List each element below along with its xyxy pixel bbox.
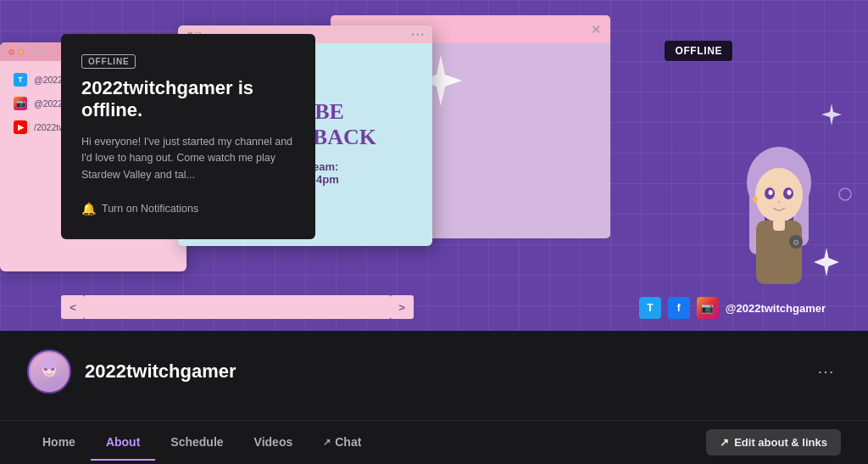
tab-about[interactable]: About — [91, 425, 155, 461]
social-bar-twitter[interactable]: T — [639, 297, 661, 319]
bell-icon: 🔔 — [81, 202, 96, 215]
circle-deco-1 — [837, 187, 853, 205]
offline-card: OFFLINE 2022twitchgamer is offline. Hi e… — [61, 34, 315, 239]
offline-title: 2022twitchgamer is offline. — [81, 77, 295, 122]
tab-home[interactable]: Home — [27, 425, 91, 461]
avatar-image — [31, 353, 68, 390]
edit-label: Edit about & links — [734, 436, 827, 449]
tab-videos[interactable]: Videos — [239, 425, 309, 461]
offline-badge: OFFLINE — [81, 54, 136, 69]
close-icon[interactable]: ✕ — [591, 22, 602, 37]
carousel-prev-button[interactable]: < — [61, 295, 85, 319]
profile-info: 2022twitchgamer — [27, 349, 236, 394]
win-close-dot — [8, 49, 14, 55]
svg-point-5 — [755, 168, 803, 222]
svg-text:⚙: ⚙ — [793, 238, 799, 247]
hero-banner: OFFLINE 2022twitchgamer is offline. Hi e… — [0, 0, 868, 331]
svg-rect-13 — [773, 219, 785, 231]
window-social-address: ✕ □ – — [32, 48, 52, 56]
svg-point-8 — [769, 190, 773, 195]
win-brb-dots: • • • — [412, 31, 424, 39]
carousel-nav: < > — [61, 295, 414, 319]
svg-point-23 — [41, 357, 58, 369]
offline-description: Hi everyone! I've just started my channe… — [81, 134, 295, 183]
svg-marker-16 — [821, 103, 842, 126]
svg-point-17 — [839, 188, 851, 200]
social-bar-instagram[interactable]: 📷 — [697, 297, 719, 319]
carousel-track — [85, 295, 390, 319]
instagram-icon: 📷 — [14, 97, 27, 110]
twitter-icon: T — [14, 73, 27, 87]
profile-bar: 2022twitchgamer ⋯ Home About Schedule Vi… — [0, 331, 868, 464]
nav-tabs-row: Home About Schedule Videos ↗ Chat ↗ Edit… — [0, 420, 868, 464]
tab-chat[interactable]: ↗ Chat — [308, 425, 376, 461]
social-bar: T f 📷 @2022twitchgamer — [639, 297, 826, 319]
profile-top: 2022twitchgamer ⋯ — [0, 331, 868, 394]
sparkle-right-top — [819, 102, 844, 131]
nav-tabs: Home About Schedule Videos ↗ Chat — [27, 425, 376, 460]
tab-schedule[interactable]: Schedule — [155, 425, 238, 461]
offline-label-right: OFFLINE — [665, 41, 732, 61]
twitter-icon-bar: T — [647, 302, 653, 314]
notifications-button[interactable]: 🔔 Turn on Notifications — [81, 202, 295, 215]
svg-point-10 — [778, 201, 781, 204]
anime-character: ⚙ — [732, 136, 826, 305]
youtube-icon: ▶ — [14, 120, 27, 134]
svg-point-9 — [787, 190, 792, 195]
notifications-label: Turn on Notifications — [102, 203, 198, 215]
win-min-dot — [18, 49, 24, 55]
social-bar-facebook[interactable]: f — [668, 297, 690, 319]
carousel-next-button[interactable]: > — [390, 295, 414, 319]
username: 2022twitchgamer — [85, 361, 236, 383]
edit-arrow-icon: ↗ — [720, 436, 729, 449]
avatar — [27, 349, 71, 394]
social-bar-handle: @2022twitchgamer — [726, 302, 826, 315]
edit-about-links-button[interactable]: ↗ Edit about & links — [706, 429, 841, 456]
three-dots-menu[interactable]: ⋯ — [810, 358, 841, 385]
svg-point-11 — [753, 197, 758, 202]
facebook-icon-bar: f — [677, 302, 681, 314]
instagram-icon-bar: 📷 — [701, 302, 714, 314]
